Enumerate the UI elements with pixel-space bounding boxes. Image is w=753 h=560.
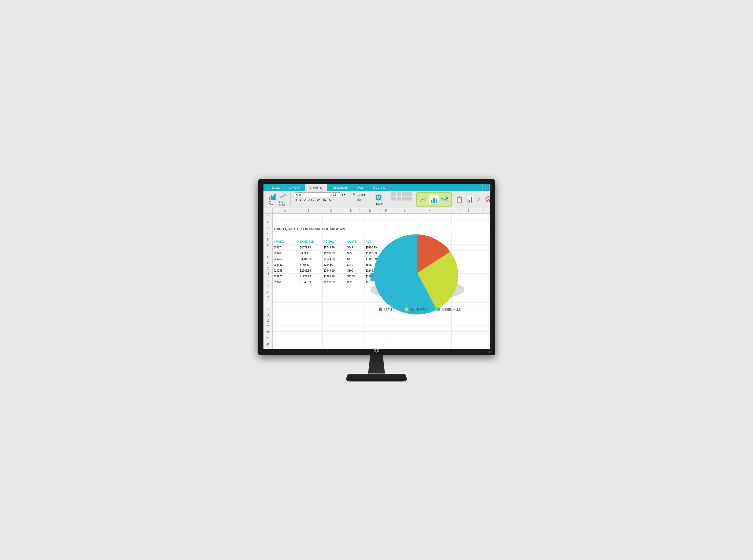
cell[interactable] xyxy=(386,343,399,349)
cell[interactable] xyxy=(299,285,323,291)
align-justify-button[interactable] xyxy=(407,192,412,196)
cell[interactable] xyxy=(489,343,490,349)
cell[interactable] xyxy=(470,303,489,308)
col-header-g[interactable]: G xyxy=(392,208,417,214)
align-center-button[interactable] xyxy=(397,192,401,196)
indent-button[interactable] xyxy=(391,197,396,201)
checkmark-icon[interactable]: ✓ xyxy=(476,196,482,203)
cell-expected[interactable]: $2249.99 xyxy=(299,268,323,274)
cell[interactable] xyxy=(273,303,299,308)
cell[interactable] xyxy=(489,291,490,297)
cell[interactable] xyxy=(273,219,299,225)
header-actual[interactable]: ACTUAL xyxy=(323,239,346,244)
cell[interactable] xyxy=(323,314,346,320)
cell[interactable] xyxy=(470,274,489,279)
cell[interactable] xyxy=(323,219,346,225)
close-button[interactable]: ✕ xyxy=(482,184,490,191)
cell-expected[interactable]: $939.99 xyxy=(299,251,323,256)
cell[interactable] xyxy=(299,326,323,331)
cell[interactable] xyxy=(386,320,399,325)
cell[interactable] xyxy=(399,326,425,331)
cell[interactable] xyxy=(273,332,299,337)
font-color-button[interactable]: A xyxy=(328,198,332,201)
cell[interactable] xyxy=(489,214,490,219)
align-left-button[interactable] xyxy=(391,192,396,196)
cell[interactable] xyxy=(489,256,490,262)
line-chart-button[interactable]: Line Chart xyxy=(278,192,288,206)
text-a-large[interactable]: A xyxy=(352,192,356,197)
cell[interactable] xyxy=(323,285,346,291)
cell-expected[interactable]: $3284.99 xyxy=(299,256,323,262)
cell[interactable] xyxy=(399,337,425,343)
cell[interactable] xyxy=(386,337,399,343)
cell[interactable] xyxy=(399,332,425,337)
cell[interactable] xyxy=(273,320,299,325)
cell[interactable] xyxy=(299,291,323,297)
cell[interactable] xyxy=(299,314,323,320)
tab-home[interactable]: ⌂ HOME xyxy=(263,184,284,191)
cell-invoice[interactable]: 009874 xyxy=(273,245,299,250)
table-button[interactable] xyxy=(407,197,412,201)
cell[interactable] xyxy=(470,320,489,325)
cell[interactable] xyxy=(346,214,365,219)
font-size-dropdown[interactable]: ▲▼ xyxy=(341,194,346,196)
cell-expected[interactable]: $4579.99 xyxy=(299,245,323,250)
cell[interactable] xyxy=(489,337,490,343)
cell[interactable] xyxy=(452,343,470,349)
cell-expected[interactable]: $1849.99 xyxy=(299,279,323,285)
cell[interactable] xyxy=(386,332,399,337)
cell-expected[interactable]: $789.99 xyxy=(299,262,323,268)
cell-invoice[interactable]: 009447 xyxy=(273,262,299,268)
cell[interactable] xyxy=(273,343,299,349)
strikethrough-button[interactable]: ABC xyxy=(308,198,315,201)
cell[interactable] xyxy=(365,214,386,219)
cell[interactable] xyxy=(470,251,489,256)
cell[interactable] xyxy=(299,343,323,349)
tab-formulas[interactable]: FORMULAS xyxy=(326,184,352,191)
cell[interactable] xyxy=(470,268,489,274)
cell[interactable] xyxy=(470,291,489,297)
table-icon[interactable]: 📊 xyxy=(466,196,473,203)
stacked-type-button[interactable] xyxy=(440,195,449,204)
cell[interactable] xyxy=(489,285,490,291)
tab-data[interactable]: DATA xyxy=(352,184,369,191)
cell[interactable] xyxy=(399,343,425,349)
cell[interactable] xyxy=(323,214,346,219)
target-icon[interactable]: 🎯 xyxy=(485,196,490,203)
cell[interactable] xyxy=(470,332,489,337)
cell[interactable] xyxy=(273,297,299,302)
cell[interactable] xyxy=(273,314,299,320)
cell[interactable] xyxy=(299,297,323,302)
tab-layout[interactable]: LAYOUT xyxy=(284,184,305,191)
cell[interactable] xyxy=(425,332,452,337)
cell[interactable] xyxy=(386,214,399,219)
cell[interactable] xyxy=(452,214,470,219)
cell[interactable] xyxy=(365,320,386,325)
cell[interactable] xyxy=(346,337,365,343)
cell[interactable] xyxy=(489,245,490,250)
cell[interactable] xyxy=(273,285,299,291)
cell[interactable] xyxy=(323,337,346,343)
col-header-k[interactable]: K xyxy=(477,208,490,214)
cell-actual[interactable]: $254.99 xyxy=(323,262,346,268)
subscript-button[interactable]: A₂ xyxy=(322,198,327,202)
cell[interactable] xyxy=(470,262,489,268)
cell[interactable] xyxy=(425,337,452,343)
cell[interactable] xyxy=(470,219,489,225)
outdent-button[interactable] xyxy=(397,197,401,201)
font-size-input[interactable] xyxy=(332,192,340,197)
align-right-button[interactable] xyxy=(402,192,407,196)
cell[interactable] xyxy=(273,326,299,331)
cell[interactable] xyxy=(489,268,490,274)
picture-button[interactable]: 🖼 Picture xyxy=(372,193,385,206)
cell[interactable] xyxy=(299,308,323,314)
col-header-e[interactable]: E xyxy=(360,208,380,214)
superscript-button[interactable]: A² xyxy=(316,198,321,201)
cell[interactable] xyxy=(489,251,490,256)
col-header-i[interactable]: I xyxy=(442,208,459,214)
cell[interactable] xyxy=(273,233,299,239)
cell-actual[interactable]: $1674.99 xyxy=(323,256,346,262)
cell-expected[interactable]: $1779.99 xyxy=(299,274,323,279)
cell[interactable] xyxy=(323,233,346,239)
cell[interactable] xyxy=(386,326,399,331)
